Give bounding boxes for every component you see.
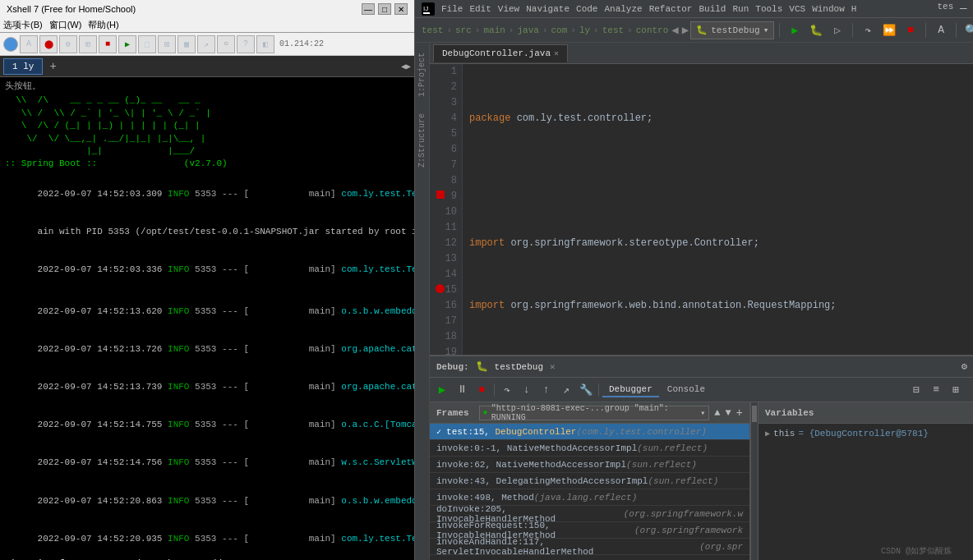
nav-back-icon[interactable]: ◀	[671, 23, 678, 37]
frame-pkg-1: (com.ly.test.controller)	[576, 427, 706, 437]
frames-scroll-thumb[interactable]	[752, 406, 757, 422]
code-line-1: package com.ly.test.controller;	[469, 111, 973, 126]
xshell-terminal[interactable]: 头按钮。 \\ /\ __ _ _ __ (_)_ __ __ _ \\ / \…	[0, 77, 414, 560]
file-tab-close-icon[interactable]: ✕	[554, 48, 559, 58]
thread-nav-up[interactable]: ▲	[714, 407, 720, 419]
settings-debug-btn[interactable]: 📋	[970, 381, 973, 399]
toolbar-btn-14[interactable]: ◧	[256, 35, 274, 53]
run-to-cursor-btn[interactable]: ↗	[557, 381, 575, 399]
breadcrumb-src: src	[455, 25, 472, 35]
ip-display: 01.214:22	[279, 39, 324, 48]
stop-program-button[interactable]: ■	[473, 381, 491, 399]
pause-program-button[interactable]: ⏸	[453, 381, 471, 399]
idea-menu-vcs[interactable]: VCS	[789, 4, 805, 14]
new-tab-button[interactable]: +	[49, 60, 56, 73]
console-tab[interactable]: Console	[661, 383, 712, 397]
thread-selector[interactable]: ● "http-nio-8081-exec-...group "main": R…	[479, 406, 710, 420]
idea-menu-run[interactable]: Run	[732, 4, 749, 14]
toolbar-btn-12[interactable]: ○	[217, 35, 235, 53]
coverage-button[interactable]: ▷	[828, 21, 847, 40]
log-line-6: 2022-09-07 14:52:13.739 INFO 5353 --- [ …	[5, 369, 409, 406]
thread-nav-down[interactable]: ▼	[725, 407, 731, 419]
toolbar-btn-10[interactable]: ▦	[178, 35, 196, 53]
minimize-button[interactable]: —	[362, 3, 375, 15]
xshell-toolbar: A ⬤ ⚙ ⊞ ■ ▶ ⬚ ⊠ ▦ ↗ ○ ? ◧ 01.214:22	[0, 33, 414, 56]
search-button[interactable]: 🔍	[961, 21, 973, 40]
toolbar-btn-6[interactable]: ■	[99, 35, 117, 53]
variables-title: Variables	[765, 408, 814, 418]
stop-button[interactable]: ■	[901, 21, 920, 40]
idea-menu-tools[interactable]: Tools	[755, 4, 782, 14]
maximize-button[interactable]: □	[378, 3, 391, 15]
idea-menu-h[interactable]: H	[851, 4, 857, 14]
menu-item-tabs[interactable]: 选项卡(B)	[3, 19, 43, 31]
idea-menu-file[interactable]: File	[441, 4, 463, 14]
tab-nav-arrows[interactable]: ◀▶	[401, 62, 411, 71]
variables-icon[interactable]: ≡	[927, 381, 945, 399]
idea-menu-refactor[interactable]: Refactor	[649, 4, 693, 14]
evaluate-expr-btn[interactable]: 🔧	[577, 381, 595, 399]
toolbar-btn-2[interactable]: A	[20, 35, 38, 53]
debug-tab-close[interactable]: ✕	[550, 361, 556, 372]
editor-code-area[interactable]: package com.ly.test.controller; import o…	[463, 64, 973, 355]
close-button[interactable]: ✕	[394, 3, 408, 15]
var-item-this[interactable]: ▶ this = {DebugController@5781}	[762, 425, 973, 442]
gutter-19: 19	[435, 345, 457, 355]
frames-add-button[interactable]: +	[736, 406, 743, 420]
toolbar-btn-4[interactable]: ⚙	[59, 35, 77, 53]
idea-menu-build[interactable]: Build	[699, 4, 726, 14]
menu-item-help[interactable]: 帮助(H)	[88, 19, 118, 31]
frame-item-4[interactable]: invoke:43, DelegatingMethodAccessorImpl …	[430, 473, 749, 489]
frame-item-8[interactable]: invokeAndHandle:117, ServletInvocableHan…	[430, 539, 749, 555]
var-name-this: this	[773, 429, 795, 438]
idea-menu-navigate[interactable]: Navigate	[526, 4, 570, 14]
debug-session-name[interactable]: testDebug	[495, 362, 543, 372]
step-over-button[interactable]: ↷	[858, 21, 878, 40]
idea-menu-code[interactable]: Code	[576, 4, 597, 14]
watches-icon[interactable]: ⊞	[947, 381, 965, 399]
variables-list: ▶ this = {DebugController@5781}	[759, 424, 973, 560]
toolbar-btn-1[interactable]	[3, 37, 18, 52]
frames-scrollbar[interactable]	[750, 402, 759, 560]
idea-menu-window[interactable]: Window	[812, 4, 845, 14]
toolbar-btn-5[interactable]: ⊞	[79, 35, 97, 53]
sep4: ›	[542, 25, 548, 35]
sidebar-tab-structure[interactable]: Z:Structure	[416, 107, 428, 174]
gutter-15: 15	[435, 282, 457, 298]
debug-button[interactable]: 🐛	[806, 21, 826, 40]
debug-extra-icons: ⊟ ≡ ⊞	[907, 381, 965, 399]
debug-config-selector[interactable]: 🐛 testDebug ▾	[690, 21, 774, 39]
step-into-btn[interactable]: ↓	[518, 381, 536, 399]
var-expand-icon[interactable]: ▶	[765, 429, 770, 438]
menu-item-window[interactable]: 窗口(W)	[49, 19, 82, 31]
toolbar-btn-9[interactable]: ⊠	[158, 35, 176, 53]
run-button[interactable]: ▶	[785, 21, 805, 40]
toolbar-btn-7[interactable]: ▶	[118, 35, 136, 53]
translate-button[interactable]: A	[931, 21, 951, 40]
search-everywhere-icon[interactable]: tes	[937, 2, 953, 16]
log-line-1: 2022-09-07 14:52:03.309 INFO 5353 --- [ …	[5, 176, 409, 213]
frames-icon[interactable]: ⊟	[907, 381, 925, 399]
resume-button[interactable]: ⏩	[879, 21, 899, 40]
step-over-btn[interactable]: ↷	[498, 381, 516, 399]
idea-menu-analyze[interactable]: Analyze	[604, 4, 642, 14]
xshell-tab-1[interactable]: 1 ly	[3, 58, 43, 75]
toolbar-btn-8[interactable]: ⬚	[138, 35, 156, 53]
resume-program-button[interactable]: ▶	[433, 381, 451, 399]
debug-panel-header: Debug: 🐛 testDebug ✕ ⚙ —	[430, 356, 973, 378]
step-out-btn[interactable]: ↑	[537, 381, 556, 399]
toolbar-btn-13[interactable]: ?	[237, 35, 255, 53]
idea-menu-view[interactable]: View	[498, 4, 519, 14]
debug-settings-icon[interactable]: ⚙	[958, 359, 971, 374]
sidebar-tab-project[interactable]: 1:Project	[416, 46, 428, 103]
idea-minimize-button[interactable]: —	[957, 2, 970, 16]
nav-forward-icon[interactable]: ▶	[682, 23, 689, 37]
frame-item-1[interactable]: ✓ test:15, DebugController (com.ly.test.…	[430, 424, 749, 440]
toolbar-btn-3[interactable]: ⬤	[39, 35, 58, 53]
frame-item-3[interactable]: invoke:62, NativeMethodAccessorImpl (sun…	[430, 457, 749, 473]
debugger-tab[interactable]: Debugger	[602, 383, 659, 397]
frame-item-2[interactable]: invoke:0:-1, NativeMethodAccessorImpl (s…	[430, 440, 749, 457]
file-tab-debugcontroller[interactable]: DebugController.java ✕	[433, 44, 568, 62]
idea-menu-edit[interactable]: Edit	[469, 4, 491, 14]
toolbar-btn-11[interactable]: ↗	[197, 35, 215, 53]
